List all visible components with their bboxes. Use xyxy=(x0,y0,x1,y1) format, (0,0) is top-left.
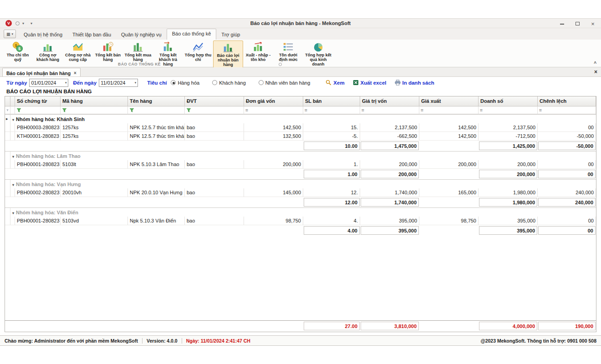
ribbon-group-options-icon[interactable] xyxy=(279,63,282,66)
cell[interactable]: 240,000 xyxy=(538,188,596,197)
data-row[interactable]: PBH00002-28082320010vhNPK 20.0.10 Vạn Hư… xyxy=(5,188,596,197)
ribbon-item[interactable]: Tồn dưới định mức xyxy=(273,40,303,62)
tabbar-close-button[interactable]: × xyxy=(594,69,597,75)
cell[interactable]: 165,000 xyxy=(419,188,479,197)
group-header[interactable]: ▾Nhóm hàng hóa: Vạn Hưng xyxy=(10,180,596,188)
cell[interactable]: 5103vd xyxy=(61,217,128,225)
cell[interactable]: 132,500 xyxy=(244,132,303,141)
filter-cell[interactable]: = xyxy=(479,106,538,114)
cell[interactable]: bao xyxy=(185,132,244,141)
cell[interactable]: 200,000 xyxy=(360,160,419,169)
tab-close-icon[interactable]: × xyxy=(74,71,76,76)
cell[interactable]: bao xyxy=(185,217,244,225)
cell[interactable]: -5. xyxy=(303,132,360,141)
ribbon-tab[interactable]: Trợ giúp xyxy=(216,30,245,40)
cell[interactable]: PBH00002-280823 xyxy=(15,188,61,197)
group-header[interactable]: ▾Nhóm hàng hóa: Văn Điển xyxy=(10,208,596,217)
cell[interactable]: 1257ks xyxy=(61,123,128,132)
cell[interactable]: 200,000 xyxy=(479,160,538,169)
filter-cell[interactable] xyxy=(61,106,128,114)
criteria-radio[interactable]: Hàng hóa xyxy=(171,80,199,86)
criteria-radio[interactable]: Khách hàng xyxy=(212,80,246,86)
cell[interactable]: 1257ks xyxy=(61,132,128,141)
from-date-input[interactable]: 01/01/2024 ▾ xyxy=(29,79,68,87)
to-date-input[interactable]: 11/01/2024 ▾ xyxy=(99,79,138,87)
cell[interactable]: 145,000 xyxy=(244,188,303,197)
cell[interactable]: NPK 5.10.3 Lâm Thao xyxy=(128,160,185,169)
column-header[interactable]: Tên hàng xyxy=(128,96,185,106)
filter-cell[interactable]: = xyxy=(244,106,303,114)
data-row[interactable]: PBH00001-2808235103ltNPK 5.10.3 Lâm Thao… xyxy=(5,160,596,169)
cell[interactable]: 00 xyxy=(538,217,596,225)
ribbon-item[interactable]: Công nợ khách hàng xyxy=(33,40,63,62)
document-tab[interactable]: Báo cáo lợi nhuận bán hàng × xyxy=(2,68,81,76)
column-header[interactable]: Doanh số xyxy=(479,96,538,106)
column-header[interactable]: Chênh lệch xyxy=(538,96,596,106)
cell[interactable]: 1,740,000 xyxy=(360,188,419,197)
data-row[interactable]: KTH00001-2808231257ksNPK 12.5.7 thúc tím… xyxy=(5,132,596,141)
cell[interactable]: Npk 5.10.3 Văn Điển xyxy=(128,217,185,225)
cell[interactable]: bao xyxy=(185,123,244,132)
cell[interactable]: 2,137,500 xyxy=(479,123,538,132)
cell[interactable]: 98,750 xyxy=(419,217,479,225)
filter-cell[interactable] xyxy=(15,106,61,114)
cell[interactable]: 12. xyxy=(303,188,360,197)
cell[interactable]: -50,000 xyxy=(538,132,596,141)
cell[interactable]: 15. xyxy=(303,123,360,132)
app-menu-button[interactable]: ▦ ▾ xyxy=(4,30,16,38)
maximize-button[interactable] xyxy=(575,20,580,27)
cell[interactable]: 200,000 xyxy=(244,160,303,169)
column-header[interactable]: Đơn giá vốn xyxy=(244,96,303,106)
filter-cell[interactable]: = xyxy=(360,106,419,114)
filter-cell[interactable] xyxy=(128,106,185,114)
cell[interactable]: 1. xyxy=(303,160,360,169)
ribbon-collapse-icon[interactable]: ^ xyxy=(594,61,596,66)
cell[interactable]: NPK 12.5.7 thúc tím khánh... xyxy=(128,132,185,141)
group-header[interactable]: ▾Nhóm hàng hóa: Lâm Thao xyxy=(10,152,596,160)
cell[interactable]: 00 xyxy=(538,123,596,132)
filter-cell[interactable]: = xyxy=(538,106,596,114)
column-header[interactable]: Số chứng từ xyxy=(15,96,61,106)
filter-cell[interactable]: = xyxy=(303,106,360,114)
ribbon-item[interactable]: Tổng hợp thu chi xyxy=(183,40,213,62)
cell[interactable]: 1,980,000 xyxy=(479,188,538,197)
filter-cell[interactable]: = xyxy=(419,106,479,114)
cell[interactable]: 142,500 xyxy=(244,123,303,132)
calendar-dropdown-icon[interactable]: ▾ xyxy=(65,81,67,85)
cell[interactable]: 2,137,500 xyxy=(360,123,419,132)
group-header[interactable]: ▾Nhóm hàng hóa: Khánh Sinh xyxy=(10,115,596,123)
cell[interactable]: 142,500 xyxy=(419,123,479,132)
cell[interactable]: 98,750 xyxy=(244,217,303,225)
data-row[interactable]: PBH00001-2808235103vdNpk 5.10.3 Văn Điển… xyxy=(5,217,596,225)
column-header[interactable]: ĐVT xyxy=(185,96,244,106)
column-header[interactable]: Mã hàng xyxy=(61,96,128,106)
cell[interactable]: KTH00001-280823 xyxy=(15,132,61,141)
data-row[interactable]: PBH00003-2808231257ksNPK 12.5.7 thúc tím… xyxy=(5,123,596,132)
ribbon-tab[interactable]: Báo cáo thống kê xyxy=(167,29,217,40)
criteria-radio[interactable]: Nhân viên bán hàng xyxy=(259,80,310,86)
ribbon-item[interactable]: Tổng kết mua hàng xyxy=(123,40,153,62)
cell[interactable]: 00 xyxy=(538,160,596,169)
ribbon-item[interactable]: $$Thu chi tồn quỹ xyxy=(3,40,33,62)
column-header[interactable]: SL bán xyxy=(303,96,360,106)
ribbon-tab[interactable]: Thiết lập ban đầu xyxy=(67,30,116,40)
cell[interactable]: -712,500 xyxy=(479,132,538,141)
ribbon-item[interactable]: Tổng hợp kết quả kinh doanh xyxy=(303,40,333,67)
export-excel-button[interactable]: Xuất excel xyxy=(353,80,387,86)
cell[interactable]: 4. xyxy=(303,217,360,225)
cell[interactable]: NPK 12.5.7 thúc tím khánh... xyxy=(128,123,185,132)
minimize-button[interactable] xyxy=(559,20,565,27)
cell[interactable]: 395,000 xyxy=(360,217,419,225)
cell[interactable]: PBH00001-280823 xyxy=(15,160,61,169)
cell[interactable]: 200,000 xyxy=(419,160,479,169)
cell[interactable]: 20010vh xyxy=(61,188,128,197)
cell[interactable]: NPK 20.0.10 Vạn Hưng xyxy=(128,188,185,197)
filter-cell[interactable] xyxy=(185,106,244,114)
cell[interactable]: PBH00001-280823 xyxy=(15,217,61,225)
cell[interactable]: 5103lt xyxy=(61,160,128,169)
ribbon-item[interactable]: Xuất - nhập - tồn kho xyxy=(243,40,273,62)
cell[interactable]: 142,500 xyxy=(419,132,479,141)
ribbon-tab[interactable]: Quản trị hệ thống xyxy=(19,30,67,40)
print-button[interactable]: In danh sách xyxy=(395,80,434,86)
ribbon-item[interactable]: Tổng kết bán hàng xyxy=(93,40,123,62)
